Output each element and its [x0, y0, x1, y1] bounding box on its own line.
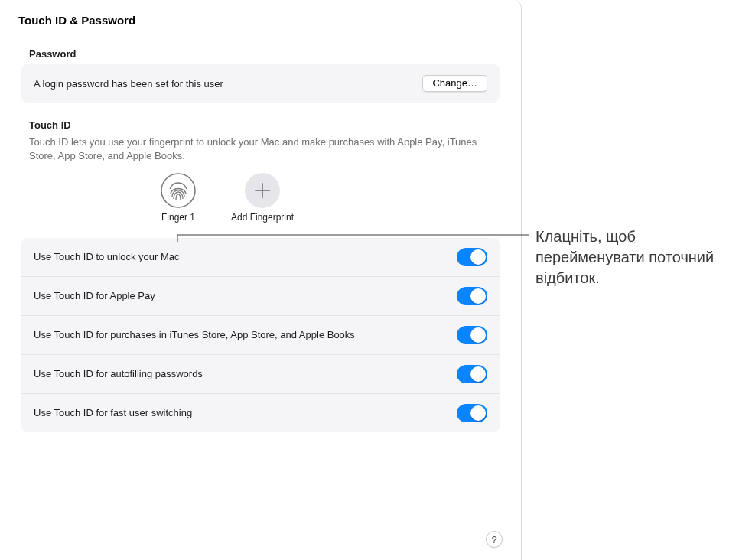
add-fingerprint-label: Add Fingerprint: [231, 212, 294, 223]
touchid-section-label: Touch ID: [29, 119, 506, 131]
add-fingerprint-item[interactable]: Add Fingerprint: [231, 173, 294, 223]
fingerprint-label: Finger 1: [161, 212, 195, 223]
option-row-purchases: Use Touch ID for purchases in iTunes Sto…: [21, 316, 500, 355]
callout-connector: [177, 232, 529, 247]
option-row-apple-pay: Use Touch ID for Apple Pay: [21, 277, 500, 316]
change-password-button[interactable]: Change…: [422, 75, 487, 92]
option-row-fast-switch: Use Touch ID for fast user switching: [21, 394, 500, 432]
page-title: Touch ID & Password: [18, 14, 506, 27]
password-status-text: A login password has been set for this u…: [34, 78, 223, 90]
plus-icon: [245, 173, 280, 208]
fingerprint-item[interactable]: Finger 1: [161, 173, 196, 223]
touchid-description: Touch ID lets you use your fingerprint t…: [29, 135, 492, 162]
toggle-purchases[interactable]: [457, 326, 487, 344]
toggle-fast-switch[interactable]: [457, 404, 487, 422]
toggle-unlock-mac[interactable]: [457, 248, 487, 266]
password-section-label: Password: [29, 48, 506, 60]
toggle-apple-pay[interactable]: [457, 287, 487, 305]
option-label: Use Touch ID for purchases in iTunes Sto…: [34, 328, 355, 342]
option-label: Use Touch ID for Apple Pay: [34, 289, 155, 303]
settings-panel: Touch ID & Password Password A login pas…: [0, 0, 522, 560]
password-card: A login password has been set for this u…: [21, 64, 500, 103]
help-button[interactable]: ?: [486, 531, 503, 548]
option-label: Use Touch ID for fast user switching: [34, 406, 192, 420]
option-row-autofill: Use Touch ID for autofilling passwords: [21, 355, 500, 394]
fingerprints-row: Finger 1 Add Fingerprint: [161, 173, 506, 223]
option-label: Use Touch ID to unlock your Mac: [34, 250, 180, 264]
fingerprint-icon: [161, 173, 196, 208]
callout-text: Клацніть, щоб перейменувати поточний від…: [536, 226, 734, 288]
touchid-options-list: Use Touch ID to unlock your Mac Use Touc…: [21, 238, 500, 432]
toggle-autofill[interactable]: [457, 365, 487, 383]
option-label: Use Touch ID for autofilling passwords: [34, 367, 203, 381]
